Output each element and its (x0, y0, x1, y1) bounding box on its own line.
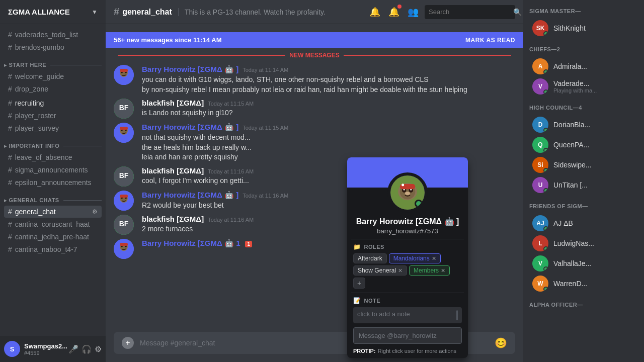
member-item[interactable]: U UnTitan [... (529, 175, 638, 195)
member-info: ValhallaJe... (553, 259, 591, 267)
settings-icon[interactable]: ⚙ (95, 344, 102, 354)
role-remove-button[interactable]: ✕ (432, 255, 436, 262)
channel-item-cantina-coruscant[interactable]: # cantina_coruscant_haat (4, 218, 102, 230)
hash-icon: # (8, 112, 12, 120)
members-section-alpha-officer: ALPHA OFFICER— (529, 302, 638, 308)
member-item[interactable]: Q QueenPA... (529, 135, 638, 155)
member-item[interactable]: V ValhallaJe... (529, 253, 638, 274)
channel-list: # vaderades_todo_list # brendos-gumbo ▸ … (0, 24, 106, 336)
message-timestamp: Today at 11:15 AM (208, 101, 254, 107)
roles-label: ROLES (364, 244, 384, 250)
profile-username: barry_horowitz#7573 (355, 227, 460, 235)
channel-item-sigma-announcements[interactable]: # sigma_announcements (4, 164, 102, 176)
online-status-dot (415, 200, 423, 208)
member-item[interactable]: AJ AJ ΔΒ (529, 213, 638, 233)
channel-item-player-survey[interactable]: # player_survey (4, 122, 102, 134)
profile-divider (351, 239, 464, 239)
channel-item-leave-of-absence[interactable]: # leave_of_absence (4, 151, 102, 163)
role-label: Mandalorians (393, 255, 430, 262)
avatar (114, 65, 134, 85)
member-item[interactable]: W WarrenD... (529, 274, 638, 294)
new-messages-divider: NEW MESSAGES (114, 52, 515, 59)
avatar: BF (114, 166, 134, 187)
message-author[interactable]: Barry Horowitz [ΣGMΔ 🤖 ] (142, 65, 238, 74)
emoji-button[interactable]: 😊 (495, 337, 507, 349)
user-panel: S Swampgas2... #4559 🎤 🎧 ⚙ (0, 336, 106, 362)
hash-icon: # (8, 220, 12, 228)
message-author[interactable]: Barry Horowitz [ΣGMΔ 🤖 ] (142, 191, 238, 200)
category-label: GENERAL CHATS (9, 197, 59, 203)
channel-item-cantina-jedha[interactable]: # cantina_jedha_pre-haat (4, 231, 102, 243)
channel-item-recruiting[interactable]: # recruiting (4, 97, 102, 109)
channel-label: general_chat (15, 208, 56, 216)
role-remove-button[interactable]: ✕ (398, 267, 403, 274)
server-header[interactable]: ΣGMA ALLIANCE ▼ (0, 0, 106, 24)
online-dot (543, 168, 548, 173)
channel-label: cantina_jedha_pre-haat (15, 233, 89, 241)
channel-item-welcome-guide[interactable]: # welcome_guide (4, 70, 102, 82)
channel-item-cantina-naboo[interactable]: # cantina_naboo_t4-7 (4, 243, 102, 255)
channel-item-vaderades-todo-list[interactable]: # vaderades_todo_list (4, 29, 102, 41)
message-group: Barry Horowitz [ΣGMΔ 🤖 ] Today at 11:14 … (106, 63, 523, 97)
bell-notification-icon[interactable]: 🔔 (388, 7, 399, 18)
member-item[interactable]: Si Sideswipe... (529, 155, 638, 175)
message-user-input[interactable]: Message @barry_horowitz (353, 327, 462, 344)
message-header: blackfish [ΣGMΔ] Today at 11:15 AM (142, 99, 515, 107)
member-item[interactable]: A Admirala... (529, 56, 638, 76)
channel-item-general-chat[interactable]: # general_chat ⚙ (4, 206, 102, 218)
channel-item-epsilon-announcements[interactable]: # epsilon_announcements (4, 176, 102, 189)
svg-rect-5 (120, 69, 128, 72)
role-add-button[interactable]: + (353, 278, 365, 289)
member-info: WarrenD... (553, 280, 587, 288)
note-area[interactable]: click to add a note (353, 307, 462, 323)
hash-icon: # (8, 31, 12, 39)
member-item[interactable]: D DorianBla... (529, 115, 638, 135)
hash-icon: # (8, 166, 12, 174)
online-dot (543, 89, 548, 95)
role-label: Afterdark (358, 255, 382, 262)
member-info: Sideswipe... (553, 161, 591, 169)
channel-item-player-roster[interactable]: # player_roster (4, 110, 102, 122)
svg-text:BF: BF (119, 171, 129, 179)
avatar (114, 123, 134, 143)
member-name: UnTitan [... (553, 181, 588, 189)
profile-divider (351, 293, 464, 293)
collapse-icon: ▸ (4, 143, 7, 149)
protip: PROTIP: Right click user for more action… (347, 346, 468, 358)
headphones-icon[interactable]: 🎧 (82, 344, 92, 354)
settings-icon[interactable]: ⚙ (92, 208, 98, 215)
channel-item-drop-zone[interactable]: # drop_zone (4, 83, 102, 95)
channel-name-text: general_chat (122, 8, 172, 17)
attach-button[interactable]: + (122, 337, 134, 349)
message-author[interactable]: Barry Horowitz [ΣGMΔ 🤖 1 (142, 239, 240, 248)
member-info: UnTitan [... (553, 181, 588, 189)
message-author[interactable]: blackfish [ΣGMΔ] (142, 215, 204, 223)
hash-icon: # (8, 233, 12, 241)
member-name: Vaderade... (553, 79, 597, 87)
online-dot (543, 246, 548, 251)
member-item[interactable]: V Vaderade... Playing with ma... (529, 76, 638, 97)
message-author[interactable]: Barry Horowitz [ΣGMΔ 🤖 ] (142, 123, 238, 132)
message-author[interactable]: blackfish [ΣGMΔ] (142, 99, 204, 107)
search-input[interactable] (429, 8, 513, 16)
avatar: BF (114, 215, 134, 235)
main-content: # general_chat This is a PG-13 channel. … (106, 0, 523, 362)
member-avatar: Si (532, 157, 548, 173)
user-avatar: S (4, 341, 20, 357)
svg-point-37 (405, 192, 410, 195)
bell-icon[interactable]: 🔔 (369, 7, 380, 18)
microphone-icon[interactable]: 🎤 (68, 344, 78, 354)
message-author[interactable]: blackfish [ΣGMΔ] (142, 166, 204, 175)
members-icon[interactable]: 👥 (408, 7, 419, 18)
member-item[interactable]: L LudwigNas... (529, 233, 638, 253)
role-remove-button[interactable]: ✕ (441, 267, 445, 274)
member-avatar: V (532, 78, 548, 95)
hash-icon: # (8, 99, 12, 107)
member-item[interactable]: SK SithKnight (529, 18, 638, 38)
profile-name-area: Barry Horowitz [ΣGMΔ 🤖 ] barry_horowitz#… (347, 217, 468, 239)
member-info: DorianBla... (553, 121, 590, 129)
mark-as-read-button[interactable]: MARK AS READ (465, 37, 515, 44)
member-name: LudwigNas... (553, 239, 594, 247)
channel-item-brendos-gumbo[interactable]: # brendos-gumbo (4, 41, 102, 53)
search-bar[interactable]: 🔍 (425, 5, 515, 19)
